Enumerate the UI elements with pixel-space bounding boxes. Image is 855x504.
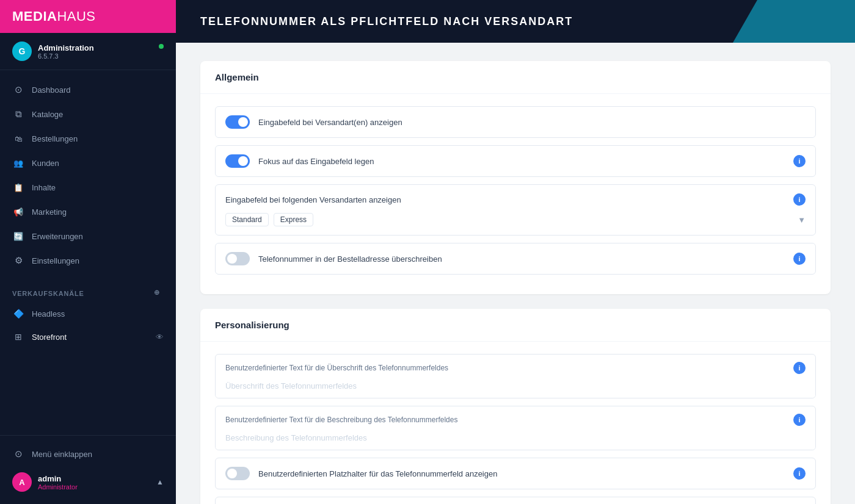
sidebar-item-label: Marketing bbox=[32, 207, 67, 217]
versandarten-info-icon[interactable]: i bbox=[793, 193, 806, 206]
sidebar-item-label: Einstellungen bbox=[32, 256, 79, 265]
beschreibung-input-label: Benutzerdefinierter Text für die Beschre… bbox=[225, 416, 457, 424]
allgemein-card: Allgemein Eingabefeld bei Versandart(en)… bbox=[200, 61, 831, 294]
user-avatar: A bbox=[12, 472, 32, 492]
user-name: admin bbox=[38, 474, 156, 483]
page-title: TELEFONNUMMER ALS PFLICHTFELD NACH VERSA… bbox=[200, 15, 573, 28]
sidebar-item-headless[interactable]: 🔷 Headless bbox=[0, 302, 176, 325]
dropdown-chevron-icon: ▼ bbox=[798, 215, 806, 225]
user-chevron-icon: ▲ bbox=[156, 478, 164, 486]
admin-name: Administration bbox=[38, 43, 164, 52]
versandarten-dropdown-row: Eingabefeld bei folgenden Versandarten a… bbox=[215, 184, 816, 236]
main-nav: ⊙ Dashboard ⧉ Kataloge 🛍 Bestellungen 👥 … bbox=[0, 70, 176, 280]
beschreibung-input[interactable] bbox=[216, 430, 815, 450]
sidebar-item-einstellungen[interactable]: ⚙ Einstellungen bbox=[0, 248, 176, 273]
ueberschrift-input-label: Benutzerdefinierter Text für die Übersch… bbox=[225, 364, 448, 372]
sidebar-item-label: Bestellungen bbox=[32, 134, 78, 143]
admin-version: 6.5.7.3 bbox=[38, 52, 164, 60]
sidebar-item-label: Kataloge bbox=[32, 110, 63, 119]
user-profile[interactable]: A admin Administrator ▲ bbox=[0, 466, 176, 498]
beschreibung-info-icon[interactable]: i bbox=[793, 414, 806, 426]
platzhalter-toggle-row: Benutzerdefinierten Platzhalter für das … bbox=[215, 458, 816, 489]
versandarten-label: Eingabefeld bei folgenden Versandarten a… bbox=[225, 195, 401, 204]
content-area: Allgemein Eingabefeld bei Versandart(en)… bbox=[176, 43, 855, 504]
personalisierung-card: Personalisierung Benutzerdefinierter Tex… bbox=[200, 309, 831, 504]
user-role: Administrator bbox=[38, 483, 156, 491]
versandarten-dropdown-content[interactable]: Standard Express ▼ bbox=[216, 209, 815, 235]
verkaufskanaele-header: Verkaufskanäle ⊕ bbox=[0, 280, 176, 302]
tag-standard: Standard bbox=[225, 213, 269, 226]
kataloge-icon: ⧉ bbox=[12, 108, 24, 120]
telefon-ueberschreiben-info-icon[interactable]: i bbox=[793, 253, 806, 265]
bestellungen-icon: 🛍 bbox=[12, 132, 24, 145]
einstellungen-icon: ⚙ bbox=[12, 254, 24, 267]
sidebar-item-erweiterungen[interactable]: 🔄 Erweiterungen bbox=[0, 224, 176, 248]
sidebar-item-kataloge[interactable]: ⧉ Kataloge bbox=[0, 102, 176, 126]
tag-express: Express bbox=[274, 213, 313, 226]
logo[interactable]: MEDIAHAUS bbox=[0, 0, 176, 33]
sidebar-item-bestellungen[interactable]: 🛍 Bestellungen bbox=[0, 126, 176, 151]
sidebar-item-marketing[interactable]: 📢 Marketing bbox=[0, 200, 176, 224]
ueberschrift-input[interactable] bbox=[216, 378, 815, 398]
ueberschrift-input-row: Benutzerdefinierter Text für die Übersch… bbox=[215, 354, 816, 398]
beschreibung-input-row: Benutzerdefinierter Text für die Beschre… bbox=[215, 406, 816, 450]
collapse-icon: ⊙ bbox=[12, 448, 24, 460]
sidebar-item-label: Dashboard bbox=[32, 85, 71, 95]
eingabefeld-versandart-row: Eingabefeld bei Versandart(en) anzeigen bbox=[215, 106, 816, 138]
allgemein-card-header: Allgemein bbox=[200, 61, 831, 94]
fokus-eingabefeld-row: Fokus auf das Eingabefeld legen i bbox=[215, 145, 816, 177]
telefon-ueberschreiben-row: Telefonnummer in der Bestelladresse über… bbox=[215, 243, 816, 275]
collapse-menu-button[interactable]: ⊙ Menü einklappen bbox=[0, 442, 176, 466]
sidebar-item-label: Storefront bbox=[32, 333, 67, 342]
dashboard-icon: ⊙ bbox=[12, 84, 24, 96]
add-verkaufskanal-icon[interactable]: ⊕ bbox=[154, 289, 164, 298]
sidebar-item-label: Inhalte bbox=[32, 183, 56, 192]
fokus-toggle[interactable] bbox=[225, 154, 250, 168]
sidebar-item-label: Headless bbox=[32, 309, 65, 319]
ueberschrift-info-icon[interactable]: i bbox=[793, 362, 806, 374]
platzhalter-toggle-label: Benutzerdefinierten Platzhalter für das … bbox=[258, 469, 793, 478]
platzhalter-input-row: Benutzerdefinierten Platzhalter für das … bbox=[215, 497, 816, 504]
online-indicator bbox=[159, 44, 164, 49]
platzhalter-toggle-info-icon[interactable]: i bbox=[793, 467, 806, 480]
sidebar-item-label: Erweiterungen bbox=[32, 232, 83, 241]
sidebar-item-inhalte[interactable]: 📋 Inhalte bbox=[0, 175, 176, 200]
allgemein-card-body: Eingabefeld bei Versandart(en) anzeigen … bbox=[200, 94, 831, 294]
personalisierung-card-body: Benutzerdefinierter Text für die Übersch… bbox=[200, 342, 831, 504]
logo-text: MEDIAHAUS bbox=[12, 9, 96, 24]
marketing-icon: 📢 bbox=[12, 206, 24, 218]
platzhalter-toggle[interactable] bbox=[225, 467, 250, 480]
telefon-ueberschreiben-label: Telefonnummer in der Bestelladresse über… bbox=[258, 254, 793, 264]
eingabefeld-versandart-label: Eingabefeld bei Versandart(en) anzeigen bbox=[258, 118, 806, 127]
admin-icon: G bbox=[12, 41, 32, 61]
admin-section: G Administration 6.5.7.3 bbox=[0, 33, 176, 70]
inhalte-icon: 📋 bbox=[12, 181, 24, 193]
eye-icon[interactable]: 👁 bbox=[156, 333, 164, 342]
fokus-label: Fokus auf das Eingabefeld legen bbox=[258, 157, 793, 166]
sidebar-item-storefront[interactable]: ⊞ Storefront 👁 bbox=[0, 325, 176, 348]
eingabefeld-versandart-toggle[interactable] bbox=[225, 115, 250, 129]
main-content: TELEFONNUMMER ALS PFLICHTFELD NACH VERSA… bbox=[176, 0, 855, 504]
page-header: TELEFONNUMMER ALS PFLICHTFELD NACH VERSA… bbox=[176, 0, 855, 43]
personalisierung-card-header: Personalisierung bbox=[200, 309, 831, 342]
kunden-icon: 👥 bbox=[12, 157, 24, 169]
sidebar-item-kunden[interactable]: 👥 Kunden bbox=[0, 151, 176, 175]
sidebar: MEDIAHAUS G Administration 6.5.7.3 ⊙ Das… bbox=[0, 0, 176, 504]
storefront-icon: ⊞ bbox=[12, 331, 24, 343]
erweiterungen-icon: 🔄 bbox=[12, 230, 24, 242]
sidebar-item-dashboard[interactable]: ⊙ Dashboard bbox=[0, 77, 176, 102]
telefon-ueberschreiben-toggle[interactable] bbox=[225, 252, 250, 265]
sidebar-footer: ⊙ Menü einklappen A admin Administrator … bbox=[0, 435, 176, 504]
sidebar-item-label: Kunden bbox=[32, 159, 59, 168]
fokus-info-icon[interactable]: i bbox=[793, 155, 806, 167]
headless-icon: 🔷 bbox=[12, 308, 24, 320]
